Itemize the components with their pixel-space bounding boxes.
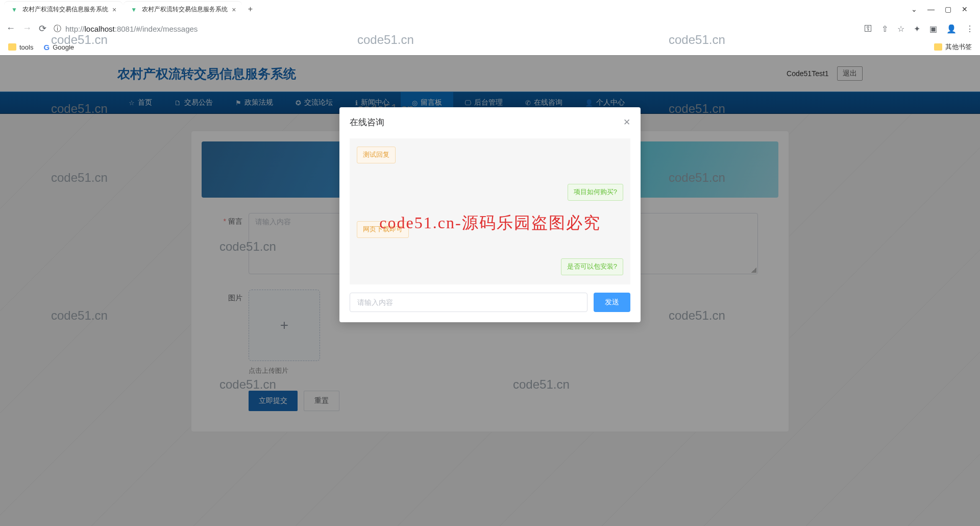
send-button[interactable]: 发送: [594, 293, 630, 312]
vue-favicon: ▼: [10, 6, 18, 14]
chat-message-sent: 项目如何购买?: [568, 184, 623, 201]
close-window-icon[interactable]: ✕: [962, 5, 968, 13]
chevron-down-icon[interactable]: ⌄: [911, 5, 917, 13]
google-icon: G: [43, 43, 50, 52]
bookmark-google[interactable]: G Google: [43, 43, 74, 52]
chat-message-received: 网页下载即可: [357, 221, 409, 238]
window-controls: ⌄ — ▢ ✕: [911, 5, 976, 13]
url-input[interactable]: ⓘ http://localhost:8081/#/index/messages: [54, 24, 857, 34]
menu-icon[interactable]: ⋮: [966, 24, 974, 34]
minimize-icon[interactable]: —: [927, 5, 935, 13]
close-icon[interactable]: ×: [112, 6, 116, 14]
browser-chrome: ▼ 农村产权流转交易信息服务系统 × ▼ 农村产权流转交易信息服务系统 × + …: [0, 0, 980, 56]
browser-tab[interactable]: ▼ 农村产权流转交易信息服务系统 ×: [124, 1, 242, 17]
reload-icon[interactable]: ⟳: [39, 23, 46, 34]
close-icon[interactable]: ✕: [623, 117, 630, 128]
bookmark-tools[interactable]: tools: [8, 43, 33, 51]
dialog-title: 在线咨询: [350, 116, 384, 128]
maximize-icon[interactable]: ▢: [945, 5, 951, 13]
chat-input[interactable]: [350, 293, 587, 312]
tab-strip: ▼ 农村产权流转交易信息服务系统 × ▼ 农村产权流转交易信息服务系统 × + …: [0, 0, 980, 18]
site-info-icon[interactable]: ⓘ: [54, 24, 61, 34]
forward-icon[interactable]: →: [22, 23, 32, 34]
chat-message-received: 测试回复: [357, 147, 396, 163]
profile-icon[interactable]: 👤: [946, 24, 957, 34]
chat-dialog: 在线咨询 ✕ 测试回复项目如何购买?网页下载即可是否可以包安装?详细咨询客服即可…: [339, 107, 641, 322]
bookmark-other[interactable]: 其他书签: [934, 42, 972, 52]
address-bar: ← → ⟳ ⓘ http://localhost:8081/#/index/me…: [0, 18, 980, 39]
browser-tab[interactable]: ▼ 农村产权流转交易信息服务系统 ×: [4, 1, 122, 17]
modal-overlay[interactable]: 在线咨询 ✕ 测试回复项目如何购买?网页下载即可是否可以包安装?详细咨询客服即可…: [0, 55, 980, 526]
tab-title: 农村产权流转交易信息服务系统: [22, 5, 108, 14]
star-icon[interactable]: ☆: [897, 24, 904, 34]
share-icon[interactable]: ⇧: [881, 24, 888, 34]
new-tab-button[interactable]: +: [243, 2, 257, 16]
extensions-icon[interactable]: ✦: [914, 24, 920, 34]
side-panel-icon[interactable]: ▣: [929, 24, 937, 34]
tab-title: 农村产权流转交易信息服务系统: [142, 5, 228, 14]
bookmark-bar: tools G Google 其他书签: [0, 39, 980, 55]
chat-body[interactable]: 测试回复项目如何购买?网页下载即可是否可以包安装?详细咨询客服即可，在网页上找客…: [350, 138, 630, 284]
close-icon[interactable]: ×: [232, 6, 236, 14]
folder-icon: [934, 43, 942, 51]
back-icon[interactable]: ←: [6, 23, 15, 34]
chat-message-sent: 是否可以包安装?: [561, 258, 623, 275]
vue-favicon: ▼: [130, 6, 138, 14]
folder-icon: [8, 43, 16, 51]
key-icon[interactable]: ⚿: [864, 24, 872, 33]
